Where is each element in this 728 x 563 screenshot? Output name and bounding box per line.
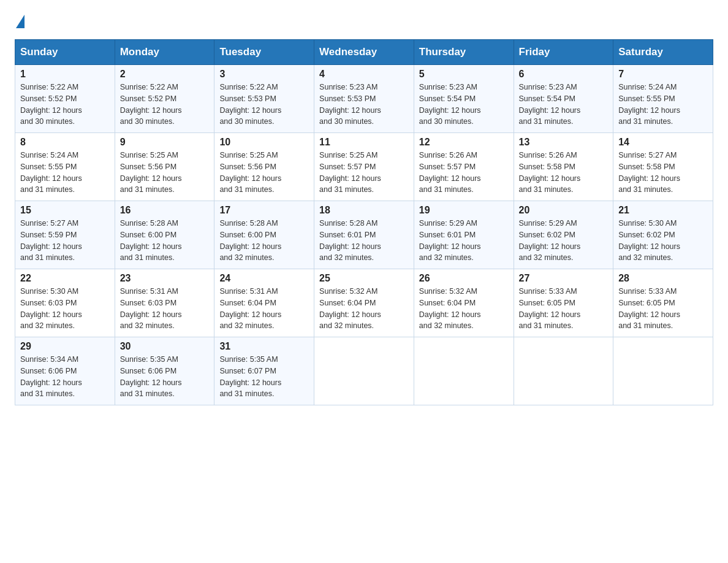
calendar-cell: 15Sunrise: 5:27 AM Sunset: 5:59 PM Dayli… <box>15 201 115 269</box>
header-cell-wednesday: Wednesday <box>314 40 414 65</box>
calendar-cell: 13Sunrise: 5:26 AM Sunset: 5:58 PM Dayli… <box>514 133 613 201</box>
day-number: 13 <box>519 137 609 148</box>
day-info: Sunrise: 5:26 AM Sunset: 5:57 PM Dayligh… <box>419 150 509 196</box>
day-number: 15 <box>20 205 110 216</box>
day-number: 25 <box>319 273 409 284</box>
day-number: 5 <box>419 69 509 80</box>
calendar-cell: 11Sunrise: 5:25 AM Sunset: 5:57 PM Dayli… <box>314 133 414 201</box>
calendar-cell <box>414 337 514 405</box>
calendar-cell: 19Sunrise: 5:29 AM Sunset: 6:01 PM Dayli… <box>414 201 514 269</box>
calendar-cell: 26Sunrise: 5:32 AM Sunset: 6:04 PM Dayli… <box>414 269 514 337</box>
day-info: Sunrise: 5:28 AM Sunset: 6:00 PM Dayligh… <box>219 218 309 264</box>
calendar-cell: 14Sunrise: 5:27 AM Sunset: 5:58 PM Dayli… <box>613 133 713 201</box>
day-info: Sunrise: 5:30 AM Sunset: 6:02 PM Dayligh… <box>618 218 708 264</box>
day-number: 17 <box>219 205 309 216</box>
day-info: Sunrise: 5:31 AM Sunset: 6:03 PM Dayligh… <box>120 286 210 332</box>
calendar-cell: 7Sunrise: 5:24 AM Sunset: 5:55 PM Daylig… <box>613 65 713 133</box>
day-info: Sunrise: 5:22 AM Sunset: 5:53 PM Dayligh… <box>219 82 309 128</box>
day-info: Sunrise: 5:32 AM Sunset: 6:04 PM Dayligh… <box>319 286 409 332</box>
calendar-cell: 17Sunrise: 5:28 AM Sunset: 6:00 PM Dayli… <box>214 201 314 269</box>
day-number: 14 <box>618 137 708 148</box>
day-info: Sunrise: 5:29 AM Sunset: 6:02 PM Dayligh… <box>519 218 609 264</box>
calendar-cell: 10Sunrise: 5:25 AM Sunset: 5:56 PM Dayli… <box>214 133 314 201</box>
day-number: 30 <box>120 341 210 352</box>
calendar-cell: 16Sunrise: 5:28 AM Sunset: 6:00 PM Dayli… <box>115 201 214 269</box>
day-info: Sunrise: 5:29 AM Sunset: 6:01 PM Dayligh… <box>419 218 509 264</box>
calendar-cell <box>314 337 414 405</box>
day-info: Sunrise: 5:27 AM Sunset: 5:58 PM Dayligh… <box>618 150 708 196</box>
day-info: Sunrise: 5:25 AM Sunset: 5:56 PM Dayligh… <box>219 150 309 196</box>
day-info: Sunrise: 5:23 AM Sunset: 5:54 PM Dayligh… <box>519 82 609 128</box>
day-info: Sunrise: 5:27 AM Sunset: 5:59 PM Dayligh… <box>20 218 110 264</box>
calendar-cell: 8Sunrise: 5:24 AM Sunset: 5:55 PM Daylig… <box>15 133 115 201</box>
calendar-cell: 30Sunrise: 5:35 AM Sunset: 6:06 PM Dayli… <box>115 337 214 405</box>
day-number: 7 <box>618 69 708 80</box>
day-info: Sunrise: 5:23 AM Sunset: 5:53 PM Dayligh… <box>319 82 409 128</box>
calendar-cell: 1Sunrise: 5:22 AM Sunset: 5:52 PM Daylig… <box>15 65 115 133</box>
calendar-week-row: 8Sunrise: 5:24 AM Sunset: 5:55 PM Daylig… <box>15 133 713 201</box>
day-info: Sunrise: 5:23 AM Sunset: 5:54 PM Dayligh… <box>419 82 509 128</box>
calendar-cell: 2Sunrise: 5:22 AM Sunset: 5:52 PM Daylig… <box>115 65 214 133</box>
day-info: Sunrise: 5:33 AM Sunset: 6:05 PM Dayligh… <box>618 286 708 332</box>
calendar-cell: 25Sunrise: 5:32 AM Sunset: 6:04 PM Dayli… <box>314 269 414 337</box>
header-cell-friday: Friday <box>514 40 613 65</box>
day-number: 12 <box>419 137 509 148</box>
calendar-cell <box>514 337 613 405</box>
day-info: Sunrise: 5:24 AM Sunset: 5:55 PM Dayligh… <box>618 82 708 128</box>
day-number: 29 <box>20 341 110 352</box>
day-number: 23 <box>120 273 210 284</box>
day-info: Sunrise: 5:25 AM Sunset: 5:56 PM Dayligh… <box>120 150 210 196</box>
calendar-cell: 24Sunrise: 5:31 AM Sunset: 6:04 PM Dayli… <box>214 269 314 337</box>
day-number: 8 <box>20 137 110 148</box>
day-info: Sunrise: 5:22 AM Sunset: 5:52 PM Dayligh… <box>20 82 110 128</box>
day-number: 4 <box>319 69 409 80</box>
calendar-table: SundayMondayTuesdayWednesdayThursdayFrid… <box>15 39 713 405</box>
day-info: Sunrise: 5:25 AM Sunset: 5:57 PM Dayligh… <box>319 150 409 196</box>
calendar-cell: 20Sunrise: 5:29 AM Sunset: 6:02 PM Dayli… <box>514 201 613 269</box>
day-info: Sunrise: 5:30 AM Sunset: 6:03 PM Dayligh… <box>20 286 110 332</box>
logo-triangle-icon <box>16 15 25 28</box>
day-info: Sunrise: 5:28 AM Sunset: 6:01 PM Dayligh… <box>319 218 409 264</box>
day-number: 2 <box>120 69 210 80</box>
day-number: 9 <box>120 137 210 148</box>
day-info: Sunrise: 5:33 AM Sunset: 6:05 PM Dayligh… <box>519 286 609 332</box>
day-number: 1 <box>20 69 110 80</box>
page-header <box>15 15 713 27</box>
calendar-week-row: 29Sunrise: 5:34 AM Sunset: 6:06 PM Dayli… <box>15 337 713 405</box>
day-number: 16 <box>120 205 210 216</box>
calendar-week-row: 1Sunrise: 5:22 AM Sunset: 5:52 PM Daylig… <box>15 65 713 133</box>
logo <box>15 15 25 27</box>
header-cell-thursday: Thursday <box>414 40 514 65</box>
calendar-cell: 27Sunrise: 5:33 AM Sunset: 6:05 PM Dayli… <box>514 269 613 337</box>
day-number: 26 <box>419 273 509 284</box>
day-number: 3 <box>219 69 309 80</box>
day-number: 6 <box>519 69 609 80</box>
calendar-week-row: 22Sunrise: 5:30 AM Sunset: 6:03 PM Dayli… <box>15 269 713 337</box>
calendar-cell: 29Sunrise: 5:34 AM Sunset: 6:06 PM Dayli… <box>15 337 115 405</box>
day-info: Sunrise: 5:26 AM Sunset: 5:58 PM Dayligh… <box>519 150 609 196</box>
calendar-cell: 22Sunrise: 5:30 AM Sunset: 6:03 PM Dayli… <box>15 269 115 337</box>
calendar-cell: 31Sunrise: 5:35 AM Sunset: 6:07 PM Dayli… <box>214 337 314 405</box>
day-number: 22 <box>20 273 110 284</box>
day-number: 24 <box>219 273 309 284</box>
calendar-cell: 3Sunrise: 5:22 AM Sunset: 5:53 PM Daylig… <box>214 65 314 133</box>
day-info: Sunrise: 5:31 AM Sunset: 6:04 PM Dayligh… <box>219 286 309 332</box>
day-info: Sunrise: 5:32 AM Sunset: 6:04 PM Dayligh… <box>419 286 509 332</box>
calendar-header-row: SundayMondayTuesdayWednesdayThursdayFrid… <box>15 40 713 65</box>
calendar-cell: 23Sunrise: 5:31 AM Sunset: 6:03 PM Dayli… <box>115 269 214 337</box>
calendar-cell: 6Sunrise: 5:23 AM Sunset: 5:54 PM Daylig… <box>514 65 613 133</box>
day-number: 27 <box>519 273 609 284</box>
day-number: 21 <box>618 205 708 216</box>
calendar-cell: 28Sunrise: 5:33 AM Sunset: 6:05 PM Dayli… <box>613 269 713 337</box>
day-number: 18 <box>319 205 409 216</box>
calendar-cell: 4Sunrise: 5:23 AM Sunset: 5:53 PM Daylig… <box>314 65 414 133</box>
calendar-cell: 5Sunrise: 5:23 AM Sunset: 5:54 PM Daylig… <box>414 65 514 133</box>
day-info: Sunrise: 5:24 AM Sunset: 5:55 PM Dayligh… <box>20 150 110 196</box>
day-number: 28 <box>618 273 708 284</box>
calendar-cell: 9Sunrise: 5:25 AM Sunset: 5:56 PM Daylig… <box>115 133 214 201</box>
day-info: Sunrise: 5:34 AM Sunset: 6:06 PM Dayligh… <box>20 354 110 400</box>
day-info: Sunrise: 5:22 AM Sunset: 5:52 PM Dayligh… <box>120 82 210 128</box>
day-number: 19 <box>419 205 509 216</box>
calendar-cell <box>613 337 713 405</box>
header-cell-monday: Monday <box>115 40 214 65</box>
